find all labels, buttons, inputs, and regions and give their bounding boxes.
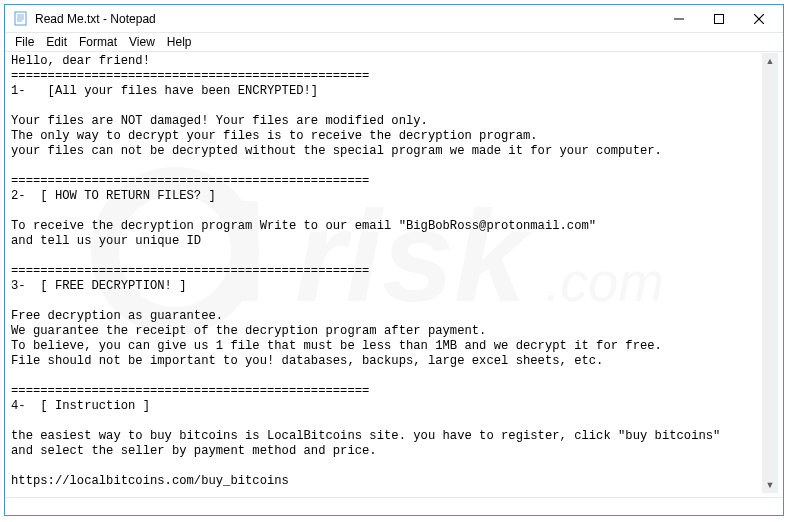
maximize-button[interactable] [699, 6, 739, 32]
minimize-button[interactable] [659, 6, 699, 32]
window-title: Read Me.txt - Notepad [35, 12, 659, 26]
menu-edit[interactable]: Edit [40, 34, 73, 50]
titlebar[interactable]: Read Me.txt - Notepad [5, 5, 783, 33]
window-controls [659, 6, 779, 32]
menu-help[interactable]: Help [161, 34, 198, 50]
notepad-icon [13, 11, 29, 27]
menubar: File Edit Format View Help [5, 33, 783, 52]
scroll-down-arrow[interactable]: ▼ [762, 477, 778, 493]
svg-rect-0 [15, 12, 26, 25]
svg-rect-6 [715, 14, 724, 23]
menu-file[interactable]: File [9, 34, 40, 50]
statusbar [5, 497, 783, 515]
notepad-window: Read Me.txt - Notepad File Edit Format V… [4, 4, 784, 516]
menu-format[interactable]: Format [73, 34, 123, 50]
scroll-up-arrow[interactable]: ▲ [762, 53, 778, 69]
vertical-scrollbar[interactable]: ▲ ▼ [762, 53, 778, 493]
menu-view[interactable]: View [123, 34, 161, 50]
close-button[interactable] [739, 6, 779, 32]
text-content[interactable]: Hello, dear friend! ====================… [5, 52, 783, 497]
